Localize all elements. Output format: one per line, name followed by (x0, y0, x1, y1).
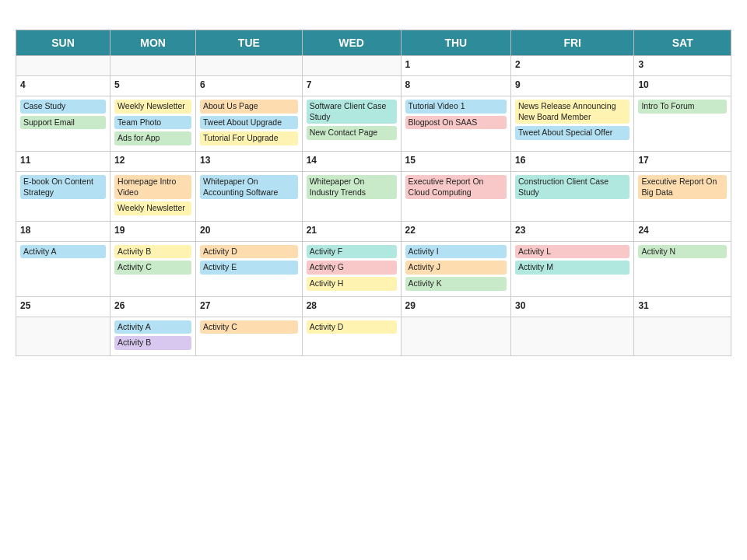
activity-chip: Tutorial For Upgrade (200, 131, 298, 145)
calendar-cell: 22 (401, 221, 510, 241)
day-number: 8 (405, 79, 507, 90)
calendar-cell (302, 56, 401, 76)
calendar-cell (16, 317, 110, 355)
day-number: 23 (515, 225, 630, 236)
calendar-cell: 9 (511, 76, 634, 96)
calendar-cell: Activity IActivity JActivity K (401, 241, 510, 296)
activity-chip: Support Email (20, 116, 106, 130)
activity-chip: Activity B (114, 245, 191, 259)
day-number: 27 (200, 300, 298, 311)
calendar-cell (511, 317, 634, 355)
calendar-cell: News Release Announcing New Board Member… (511, 96, 634, 152)
activity-chip: Activity C (114, 261, 191, 275)
column-header-sun: SUN (16, 30, 110, 56)
calendar-cell: 1 (401, 56, 510, 76)
calendar-cell: 26 (110, 296, 196, 317)
calendar-table: SUNMONTUEWEDTHUFRISAT 12345678910Case St… (16, 30, 731, 356)
day-number: 19 (114, 225, 191, 236)
column-header-mon: MON (110, 30, 196, 56)
calendar-cell: About Us PageTweet About UpgradeTutorial… (196, 96, 303, 152)
activity-chip: New Contact Page (307, 126, 397, 140)
day-number: 24 (638, 225, 727, 236)
calendar-cell: 4 (16, 76, 110, 96)
activity-chip: Homepage Intro Video (114, 175, 191, 199)
activity-chip: Weekly Newsletter (114, 100, 191, 114)
activity-chip: Activity A (20, 245, 106, 259)
calendar-cell: 14 (302, 151, 401, 171)
calendar-cell: Whitepaper On Accounting Software (196, 171, 303, 221)
activity-chip: Activity L (515, 245, 630, 259)
calendar-cell: Activity DActivity E (196, 241, 303, 296)
calendar-row: Activity AActivity BActivity CActivity D… (16, 241, 731, 296)
day-number: 31 (638, 300, 727, 311)
activity-chip: Activity A (114, 320, 191, 334)
day-number: 30 (515, 300, 630, 311)
day-number: 3 (638, 59, 727, 70)
calendar-cell: 3 (634, 56, 731, 76)
calendar-cell (196, 56, 303, 76)
calendar-cell: 7 (302, 76, 401, 96)
day-number: 6 (200, 79, 298, 90)
calendar-row: 18192021222324 (16, 221, 731, 241)
calendar-row: E-book On Content StrategyHomepage Intro… (16, 171, 731, 221)
activity-chip: Activity B (114, 336, 191, 350)
day-number: 12 (114, 155, 191, 166)
calendar-cell: Activity A (16, 241, 110, 296)
calendar-cell: 15 (401, 151, 510, 171)
calendar-cell: E-book On Content Strategy (16, 171, 110, 221)
calendar-cell: 11 (16, 151, 110, 171)
column-header-fri: FRI (511, 30, 634, 56)
day-number: 1 (405, 59, 507, 70)
activity-chip: Activity N (638, 245, 727, 259)
calendar-cell (16, 56, 110, 76)
calendar-cell (634, 317, 731, 355)
day-number: 2 (515, 59, 630, 70)
activity-chip: News Release Announcing New Board Member (515, 100, 630, 124)
day-number: 10 (638, 79, 727, 90)
activity-chip: Case Study (20, 100, 106, 114)
day-number: 22 (405, 225, 507, 236)
activity-chip: Software Client Case Study (307, 100, 397, 124)
calendar-cell: Intro To Forum (634, 96, 731, 152)
header-row: SUNMONTUEWEDTHUFRISAT (16, 30, 731, 56)
activity-chip: Activity F (307, 245, 397, 259)
calendar-row: 123 (16, 56, 731, 76)
calendar-cell (110, 56, 196, 76)
column-header-tue: TUE (196, 30, 303, 56)
calendar-cell: 17 (634, 151, 731, 171)
calendar-cell (401, 317, 510, 355)
calendar-cell: Case StudySupport Email (16, 96, 110, 152)
calendar-cell: 6 (196, 76, 303, 96)
day-number: 15 (405, 155, 507, 166)
day-number: 21 (307, 225, 397, 236)
day-number: 25 (20, 300, 106, 311)
activity-chip: Activity H (307, 277, 397, 291)
calendar-row: Activity AActivity BActivity CActivity D (16, 317, 731, 355)
day-number: 13 (200, 155, 298, 166)
activity-chip: Tweet About Upgrade (200, 116, 298, 130)
calendar-cell: 18 (16, 221, 110, 241)
calendar-cell: 24 (634, 221, 731, 241)
calendar-cell: 21 (302, 221, 401, 241)
day-number: 9 (515, 79, 630, 90)
calendar-cell: 10 (634, 76, 731, 96)
calendar-cell: 2 (511, 56, 634, 76)
activity-chip: Activity C (200, 320, 298, 334)
calendar-cell: Activity LActivity M (511, 241, 634, 296)
calendar-cell: Executive Report On Cloud Computing (401, 171, 510, 221)
calendar-row: 11121314151617 (16, 151, 731, 171)
day-number: 28 (307, 300, 397, 311)
calendar-cell: 16 (511, 151, 634, 171)
day-number: 18 (20, 225, 106, 236)
activity-chip: About Us Page (200, 100, 298, 114)
calendar-cell: 31 (634, 296, 731, 317)
activity-chip: Tutorial Video 1 (405, 100, 507, 114)
activity-chip: Tweet About Special Offer (515, 126, 630, 140)
calendar-cell: 8 (401, 76, 510, 96)
calendar-row: 45678910 (16, 76, 731, 96)
day-number: 16 (515, 155, 630, 166)
day-number: 7 (307, 79, 397, 90)
activity-chip: Activity E (200, 261, 298, 275)
calendar-cell: Activity N (634, 241, 731, 296)
activity-chip: Activity J (405, 261, 507, 275)
